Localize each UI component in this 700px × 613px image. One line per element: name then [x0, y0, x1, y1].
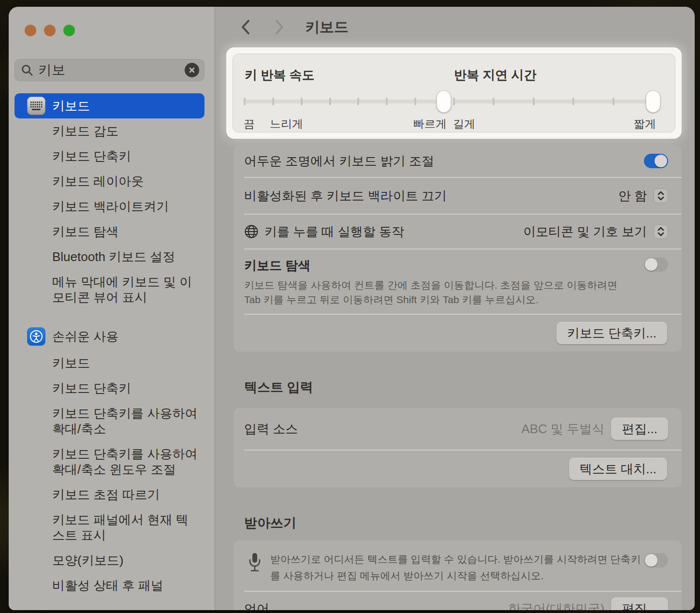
key-repeat-label: 키 반복 속도 [245, 67, 454, 84]
input-source-edit-button[interactable]: 편집... [611, 418, 668, 440]
keyboard-brightness-toggle[interactable] [644, 154, 668, 168]
globe-icon [244, 224, 259, 239]
page-header: 키보드 [233, 7, 682, 47]
sidebar-item-inactive-panel[interactable]: 비활성 상태 후 패널 [15, 573, 204, 598]
language-edit-button[interactable]: 편집... [611, 598, 668, 610]
sidebar-item-bluetooth-keyboard[interactable]: Bluetooth 키보드 설정 [15, 244, 204, 269]
key-repeat-group: 키 반복 속도 끔 느리게 빠르게 [245, 67, 454, 132]
sidebar-item-menubar-viewer[interactable]: 메뉴 막대에 키보드 및 이모티콘 뷰어 표시 [15, 269, 204, 310]
text-input-card: 입력 소스 ABC 및 두벌식 편집... 텍스트 대치... [233, 408, 682, 487]
text-input-section-title: 텍스트 입력 [244, 379, 682, 395]
stepper-chevrons-icon [657, 190, 665, 201]
dictation-toggle[interactable] [644, 553, 668, 568]
key-repeat-panel: 키 반복 속도 끔 느리게 빠르게 반복 지연 시간 [233, 54, 675, 132]
slider-track [454, 100, 653, 103]
dictation-section-title: 받아쓰기 [244, 515, 682, 531]
key-repeat-slider[interactable] [245, 89, 444, 114]
keyboard-navigation-toggle[interactable] [644, 257, 668, 272]
dictation-description: 받아쓰기로 어디서든 텍스트를 입력할 수 있습니다. 받아쓰기를 시작하려면 … [270, 551, 643, 584]
language-value: 한국어(대한민국) [508, 600, 604, 611]
close-button[interactable] [25, 25, 36, 36]
input-source-value: ABC 및 두벌식 [521, 421, 604, 438]
back-button[interactable] [239, 19, 252, 35]
sidebar-item-appearance-keyboard[interactable]: 모양(키보드) [15, 548, 204, 573]
keyboard-navigation-row: 키보드 탐색 키보드 탐색을 사용하여 컨트롤 간에 초점을 이동합니다. 초점… [233, 249, 682, 314]
page-title: 키보드 [305, 17, 349, 37]
keyboard-navigation-label: 키보드 탐색 [244, 257, 310, 274]
microphone-icon [248, 552, 262, 573]
keyboard-navigation-description: 키보드 탐색을 사용하여 컨트롤 간에 초점을 이동합니다. 초점을 앞으로 이… [244, 278, 631, 307]
keyboard-app-icon [27, 97, 45, 115]
sidebar-item-axx-keyboard[interactable]: 키보드 [15, 350, 204, 376]
backlight-off-row: 비활성화된 후 키보드 백라이트 끄기 안 함 [233, 178, 682, 214]
forward-button[interactable] [273, 19, 286, 35]
language-row: 언어 한국어(대한민국) 편집... [233, 592, 682, 610]
window-controls [9, 7, 215, 36]
press-action-stepper[interactable] [654, 224, 668, 239]
shortcuts-button-row: 키보드 단축키... [233, 315, 682, 351]
sidebar-item-keyboard-sensitivity[interactable]: 키보드 감도 [15, 118, 204, 144]
search-field[interactable] [15, 59, 204, 81]
text-replacements-button[interactable]: 텍스트 대치... [569, 458, 667, 480]
clear-search-icon[interactable] [185, 63, 199, 77]
sidebar-item-zoom-shortcuts[interactable]: 키보드 단축키를 사용하여 확대/축소 [15, 401, 204, 441]
repeat-delay-scale-labels: 길게 짧게 [454, 117, 653, 131]
repeat-delay-label: 반복 지연 시간 [454, 67, 663, 84]
repeat-delay-slider[interactable] [454, 89, 653, 114]
slider-thumb[interactable] [646, 90, 660, 113]
sidebar-item-panel-text[interactable]: 키보드 패널에서 현재 텍스트 표시 [15, 507, 204, 548]
keyboard-shortcuts-button[interactable]: 키보드 단축키... [556, 322, 667, 344]
repeat-delay-group: 반복 지연 시간 길게 짧게 [454, 67, 663, 132]
dictation-card: 받아쓰기로 어디서든 텍스트를 입력할 수 있습니다. 받아쓰기를 시작하려면 … [233, 540, 682, 610]
sidebar-item-keyboard[interactable]: 키보드 [15, 93, 204, 118]
sidebar-item-keyboard-focus[interactable]: 키보드 초점 따르기 [15, 482, 204, 507]
sidebar-item-accessibility[interactable]: 손쉬운 사용 [15, 322, 204, 350]
spotlight-highlight-panel: 키 반복 속도 끔 느리게 빠르게 반복 지연 시간 [226, 47, 682, 139]
zoom-button[interactable] [63, 25, 75, 36]
key-repeat-scale-labels: 끔 느리게 빠르게 [245, 117, 444, 131]
sidebar-item-keyboard-navigation[interactable]: 키보드 탐색 [15, 219, 204, 244]
accessibility-app-icon [27, 327, 45, 346]
dictation-row: 받아쓰기로 어디서든 텍스트를 입력할 수 있습니다. 받아쓰기를 시작하려면 … [233, 540, 682, 591]
main-content: 키보드 키 반복 속도 끔 느리게 빠르게 [215, 7, 695, 610]
text-replace-button-row: 텍스트 대치... [233, 451, 682, 487]
sidebar-item-zoom-window[interactable]: 키보드 단축키를 사용하여 확대/축소 윈도우 조절 [15, 441, 204, 482]
minimize-button[interactable] [44, 25, 56, 36]
sidebar: 키보드 키보드 감도 키보드 단축키 키보드 레이아웃 키보드 백라이트켜기 키… [9, 7, 215, 610]
backlight-off-value: 안 함 [618, 188, 647, 204]
press-action-value: 이모티콘 및 기호 보기 [523, 223, 647, 240]
input-source-row: 입력 소스 ABC 및 두벌식 편집... [233, 408, 682, 450]
search-icon [21, 64, 33, 76]
keyboard-settings-card: 어두운 조명에서 키보드 밝기 조절 비활성화된 후 키보드 백라이트 끄기 안… [233, 145, 682, 351]
sidebar-item-axx-shortcuts[interactable]: 키보드 단축키 [15, 376, 204, 401]
sidebar-item-keyboard-shortcuts[interactable]: 키보드 단축키 [15, 144, 204, 169]
sidebar-item-keyboard-backlight[interactable]: 키보드 백라이트켜기 [15, 194, 204, 219]
slider-thumb[interactable] [437, 90, 451, 113]
backlight-off-stepper[interactable] [654, 189, 668, 203]
brightness-row: 어두운 조명에서 키보드 밝기 조절 [233, 145, 682, 177]
search-input[interactable] [38, 62, 185, 78]
search-results-list: 키보드 키보드 감도 키보드 단축키 키보드 레이아웃 키보드 백라이트켜기 키… [9, 93, 215, 598]
press-action-row: 키를 누를 때 실행할 동작 이모티콘 및 기호 보기 [233, 215, 682, 248]
system-settings-window: 키보드 키보드 감도 키보드 단축키 키보드 레이아웃 키보드 백라이트켜기 키… [9, 7, 695, 610]
sidebar-item-keyboard-layout[interactable]: 키보드 레이아웃 [15, 169, 204, 194]
stepper-chevrons-icon [657, 226, 665, 237]
